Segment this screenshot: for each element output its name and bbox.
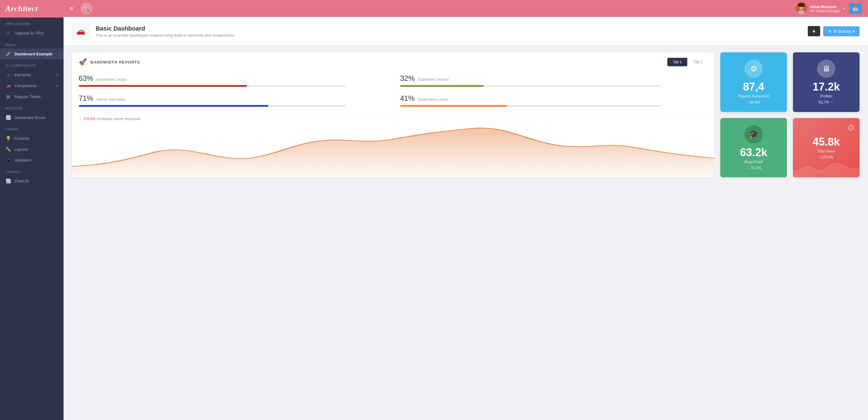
sidebar-item-controls[interactable]: 💡 Controls	[0, 133, 64, 144]
profiles-trend: 62,7% ←	[819, 100, 834, 104]
topbar-right: Alina Mclourd VP People Manager ▾ 📅	[796, 3, 862, 14]
app-logo[interactable]: Architect	[0, 0, 64, 18]
mini-wave-chart	[793, 159, 860, 177]
views-value: 45.8k	[813, 136, 840, 148]
chevron-down-icon-2: ▾	[56, 84, 58, 88]
main-area: ≡ 🔍 Alina Mclourd VP People Manager	[64, 0, 868, 420]
user-menu[interactable]: Alina Mclourd VP People Manager ▾	[796, 3, 845, 14]
bulb-icon: 💡	[5, 136, 11, 141]
section-ui-components: UI COMPONENTS	[0, 59, 64, 69]
bugs-value: 63.2k	[740, 147, 767, 159]
page-subtitle: This is an example dashboard created usi…	[96, 33, 802, 37]
avatar	[796, 3, 807, 14]
gear-icon-2: ⚙	[847, 123, 855, 133]
tab2-button[interactable]: Tab 2	[688, 58, 708, 66]
section-pro: PRO VERSION	[0, 18, 64, 28]
bugs-trend: → 72.1%	[746, 166, 761, 170]
progress-bar-4	[400, 105, 661, 107]
topbar: ≡ 🔍 Alina Mclourd VP People Manager	[64, 0, 868, 17]
user-info: Alina Mclourd VP People Manager	[810, 4, 840, 13]
progress-bar-2	[400, 85, 661, 87]
footer-text: increased server resources	[97, 117, 141, 121]
stat-box-bugs: 🎓 63.2k Bugs Fixed → 72.1%	[720, 118, 787, 177]
bandwidth-title: BANDWIDTH REPORTS	[91, 60, 140, 64]
rocket-bandwidth-icon: 🚀	[79, 58, 87, 66]
stat-box-profiles: 🖥 17.2k Profiles 62,7% ←	[793, 52, 860, 112]
graduation-icon-wrap: 🎓	[745, 125, 763, 143]
page-content: 🚗 Basic Dashboard This is an example das…	[64, 17, 868, 420]
stat-server-allocation: 71% Server Allocation	[79, 91, 393, 110]
footer-pct: 175.5%	[83, 117, 96, 121]
page-title: Basic Dashboard	[96, 25, 802, 32]
car-header-icon: 🚗	[76, 27, 85, 35]
stat-box-reports: ⚙ 87,4 Reports Generated ↑ 54.9%	[720, 52, 787, 112]
chart-icon: 📈	[5, 115, 11, 120]
buttons-dropdown[interactable]: ⚙ ⚙ Buttons ▾	[823, 26, 860, 36]
dashboard-grid: 🚀 BANDWIDTH REPORTS Tab 1 Tab 2 63% Gene…	[64, 46, 868, 184]
diamond-icon-2: ◇	[5, 72, 11, 77]
progress-fill-3	[79, 105, 269, 107]
tab1-button[interactable]: Tab 1	[668, 58, 687, 66]
monitor-icon-wrap: 🖥	[817, 60, 835, 78]
page-header-icon: 🚗	[72, 22, 90, 40]
progress-fill-1	[79, 85, 247, 87]
reports-value: 87,4	[743, 81, 764, 93]
bandwidth-stats: 63% Generated Leads 32% Submitted Ticker…	[72, 70, 714, 114]
svg-rect-3	[798, 3, 805, 7]
area-chart	[72, 123, 714, 177]
star-button[interactable]: ★	[808, 26, 820, 36]
bandwidth-footer: ← 175.5% increased server resources	[72, 114, 714, 123]
graduation-icon: 🎓	[749, 130, 758, 139]
sidebar-item-elements[interactable]: ◇ Elements ▾	[0, 69, 64, 80]
stat-generated-leads-2: 41% Generated Leads	[393, 91, 708, 110]
section-widgets: WIDGETS	[0, 102, 64, 112]
bugs-label: Bugs Fixed	[745, 160, 763, 164]
sidebar-item-components[interactable]: 🚗 Components ▾	[0, 80, 64, 91]
tab-group: Tab 1 Tab 2	[668, 58, 708, 66]
bandwidth-header: 🚀 BANDWIDTH REPORTS Tab 1 Tab 2	[72, 52, 714, 70]
search-icon: 🔍	[84, 6, 90, 11]
progress-bar-1	[79, 85, 346, 87]
user-chevron-icon: ▾	[843, 7, 845, 10]
page-header-text: Basic Dashboard This is an example dashb…	[96, 25, 802, 37]
reports-trend: ↑ 54.9%	[747, 100, 760, 104]
progress-fill-4	[400, 105, 507, 107]
sidebar-item-dashboard-boxes[interactable]: 📈 Dashboard Boxes	[0, 112, 64, 123]
table-icon: ▦	[5, 94, 11, 99]
stat-generated-leads: 63% Generated Leads	[79, 70, 393, 91]
gear-icon: ⚙	[750, 64, 757, 73]
profiles-label: Profiles	[820, 94, 832, 98]
section-menu: MENU	[0, 38, 64, 49]
gear-icon-wrap: ⚙	[745, 60, 763, 78]
sidebar-item-upgrade[interactable]: ◇ Upgrade to PRO	[0, 28, 64, 38]
sidebar-item-chartjs[interactable]: 📈 ChartJS	[0, 175, 64, 186]
hamburger-menu-button[interactable]: ≡	[70, 5, 73, 12]
views-label: Total Views	[817, 149, 835, 153]
bandwidth-card: 🚀 BANDWIDTH REPORTS Tab 1 Tab 2 63% Gene…	[72, 52, 714, 177]
section-charts: CHARTS	[0, 165, 64, 175]
stat-box-views: ⚙ 45.8k Total Views ↑175.5%	[793, 118, 860, 177]
page-header-actions: ★ ⚙ ⚙ Buttons ▾	[808, 26, 860, 36]
stat-submitted-tickers: 32% Submitted Tickers	[393, 70, 708, 91]
search-button[interactable]: 🔍	[81, 2, 93, 14]
car-icon: 🚗	[5, 83, 11, 88]
chevron-down-icon: ▾	[56, 73, 58, 77]
buttons-label: ⚙ Buttons ▾	[834, 29, 855, 34]
sidebar-item-dashboard-example[interactable]: 🚀 Dashboard Example	[0, 49, 64, 59]
diamond-icon: ◇	[5, 31, 11, 35]
sidebar-item-layouts[interactable]: ✏️ Layouts	[0, 144, 64, 155]
rocket-icon: 🚀	[5, 52, 11, 56]
monitor-icon: 🖥	[822, 64, 830, 73]
progress-bar-3	[79, 105, 346, 107]
calendar-icon: 📅	[852, 6, 858, 11]
sidebar-item-validation[interactable]: 📱 Validation	[0, 155, 64, 165]
progress-fill-2	[400, 85, 484, 87]
chart-icon-2: 📈	[5, 179, 11, 183]
mobile-icon: 📱	[5, 158, 11, 162]
views-trend: ↑175.5%	[819, 155, 834, 159]
star-icon: ★	[812, 29, 816, 34]
bandwidth-title-row: 🚀 BANDWIDTH REPORTS	[79, 58, 140, 66]
sidebar-item-regular-tables[interactable]: ▦ Regular Tables	[0, 91, 64, 102]
calendar-button[interactable]: 📅	[849, 3, 862, 13]
page-header: 🚗 Basic Dashboard This is an example das…	[64, 17, 868, 46]
